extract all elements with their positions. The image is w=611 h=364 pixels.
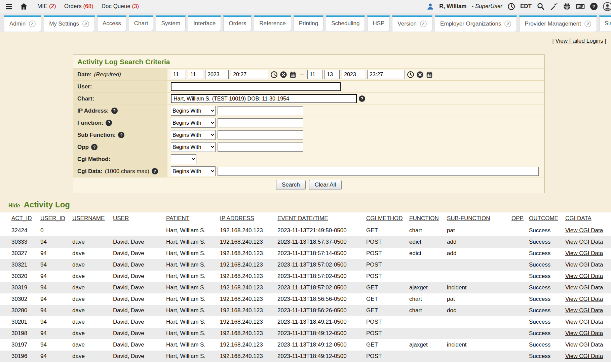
tab-version[interactable]: Version: [392, 15, 432, 32]
hide-link[interactable]: Hide: [8, 203, 20, 209]
date-from-time-input[interactable]: [231, 70, 268, 79]
search-icon[interactable]: [537, 2, 545, 10]
view-cgi-data-link[interactable]: View CGI Data: [565, 273, 603, 279]
view-cgi-data-link[interactable]: View CGI Data: [565, 341, 603, 348]
home-icon[interactable]: [20, 2, 28, 10]
view-cgi-data-link[interactable]: View CGI Data: [565, 319, 603, 325]
cgi-method-select[interactable]: [171, 154, 196, 164]
tab-hsp[interactable]: HSP: [367, 15, 390, 31]
external-link-icon[interactable]: [420, 20, 427, 28]
tab-orders[interactable]: Orders: [223, 15, 252, 31]
opp-help-icon[interactable]: [91, 144, 98, 150]
view-cgi-data-link[interactable]: View CGI Data: [565, 261, 603, 268]
external-link-icon[interactable]: [29, 20, 36, 28]
globe-icon[interactable]: [563, 2, 571, 10]
date-to-time-input[interactable]: [367, 70, 405, 79]
column-sort-link-user[interactable]: USER: [113, 215, 129, 221]
tab-reference[interactable]: Reference: [254, 15, 291, 31]
column-sort-link-username[interactable]: USERNAME: [72, 215, 105, 221]
external-link-icon[interactable]: [82, 20, 89, 28]
column-sort-link-patient[interactable]: PATIENT: [166, 215, 189, 221]
column-sort-link-outcome[interactable]: OUTCOME: [529, 215, 558, 221]
ip-address-match-select[interactable]: Begins With: [171, 106, 216, 116]
tab-employer-organizations[interactable]: Employer Organizations: [435, 15, 517, 32]
clear-date-icon[interactable]: [280, 71, 287, 78]
date-to-day-input[interactable]: [324, 70, 340, 79]
date-to-year-input[interactable]: [342, 70, 365, 79]
calendar-icon[interactable]: [289, 71, 297, 78]
profile-edge-icon[interactable]: [603, 2, 611, 11]
cgi-data-help-icon[interactable]: [152, 168, 158, 174]
view-cgi-data-link[interactable]: View CGI Data: [565, 330, 603, 336]
column-sort-link-cgi-data[interactable]: CGI DATA: [565, 215, 591, 221]
column-sort-link-user-id[interactable]: USER_ID: [40, 215, 65, 221]
function-input[interactable]: [218, 118, 303, 127]
date-from-day-input[interactable]: [188, 70, 203, 79]
tab-label: Admin: [9, 21, 26, 27]
topnav-link-orders[interactable]: Orders (68): [64, 3, 93, 10]
tab-provider-management[interactable]: Provider Management: [519, 15, 597, 32]
view-cgi-data-link[interactable]: View CGI Data: [565, 353, 603, 359]
column-sort-link-ip-address[interactable]: IP ADDRESS: [220, 215, 254, 221]
log-row: 3019794daveDavid, DaveHart, William S.19…: [0, 339, 611, 351]
column-sort-link-act-id[interactable]: ACT_ID: [11, 215, 32, 221]
view-cgi-data-link[interactable]: View CGI Data: [565, 227, 603, 234]
clear-all-button[interactable]: Clear All: [309, 180, 342, 190]
tab-access[interactable]: Access: [97, 15, 126, 31]
cell-function: [407, 271, 444, 282]
clear-date-icon[interactable]: [416, 71, 424, 78]
chart-input[interactable]: [171, 94, 357, 103]
user-icon[interactable]: [426, 3, 434, 10]
tab-my-settings[interactable]: My Settings: [44, 15, 95, 32]
topnav-link-mie[interactable]: MIE (2): [37, 3, 56, 10]
view-cgi-data-link[interactable]: View CGI Data: [565, 307, 603, 314]
wand-icon[interactable]: [550, 2, 558, 10]
function-help-icon[interactable]: [106, 120, 112, 126]
search-button[interactable]: Search: [276, 180, 306, 190]
calendar-icon[interactable]: [426, 71, 433, 78]
opp-input[interactable]: [218, 143, 303, 152]
cgi-data-match-select[interactable]: Begins With: [171, 166, 216, 176]
column-sort-link-event-date-time[interactable]: EVENT DATE/TIME: [277, 215, 328, 221]
external-link-icon[interactable]: [504, 20, 511, 28]
chart-help-icon[interactable]: [359, 95, 365, 102]
user-input[interactable]: [171, 82, 341, 91]
function-match-select[interactable]: Begins With: [171, 118, 216, 128]
sub-function-match-select[interactable]: Begins With: [171, 130, 216, 140]
ip-address-input[interactable]: [218, 106, 303, 115]
clock-icon[interactable]: [507, 3, 515, 10]
view-cgi-data-link[interactable]: View CGI Data: [565, 296, 603, 302]
view-cgi-data-link[interactable]: View CGI Data: [565, 284, 603, 291]
tab-system[interactable]: System: [156, 15, 186, 31]
column-sort-link-function[interactable]: FUNCTION: [409, 215, 439, 221]
opp-match-select[interactable]: Begins With: [171, 142, 216, 152]
tab-interface[interactable]: Interface: [188, 15, 221, 31]
sub-function-help-icon[interactable]: [118, 132, 124, 138]
date-from-year-input[interactable]: [205, 70, 229, 79]
column-sort-link-sub-function[interactable]: SUB-FUNCTION: [447, 215, 490, 221]
date-from-month-input[interactable]: [171, 70, 186, 79]
tab-similar-exposure[interactable]: Similar Exposure: [599, 15, 611, 31]
column-sort-link-cgi-method[interactable]: CGI METHOD: [366, 215, 403, 221]
time-picker-icon[interactable]: [407, 71, 414, 78]
sub-function-input[interactable]: [218, 130, 303, 139]
ip-address-help-icon[interactable]: [111, 108, 118, 114]
tab-admin[interactable]: Admin: [4, 15, 41, 32]
hamburger-menu-icon[interactable]: [5, 2, 13, 11]
time-picker-icon[interactable]: [270, 71, 278, 78]
view-cgi-data-link[interactable]: View CGI Data: [565, 250, 603, 256]
tab-printing[interactable]: Printing: [294, 15, 324, 31]
help-icon[interactable]: ?: [590, 2, 598, 10]
date-to-month-input[interactable]: [307, 70, 322, 79]
view-failed-logins-link[interactable]: View Failed Logins: [555, 38, 603, 44]
tab-chart[interactable]: Chart: [129, 15, 154, 31]
cgi-data-input[interactable]: [218, 167, 539, 176]
external-link-icon[interactable]: [584, 20, 591, 28]
cell-act-id: 30327: [0, 248, 38, 259]
keyboard-icon[interactable]: [576, 2, 585, 11]
tab-scheduling[interactable]: Scheduling: [326, 15, 365, 31]
topnav-link-doc-queue[interactable]: Doc Queue (3): [102, 3, 139, 10]
view-cgi-data-link[interactable]: View CGI Data: [565, 239, 603, 245]
cell-cgi-method: POST: [364, 316, 407, 328]
column-sort-link-opp[interactable]: OPP: [511, 215, 524, 221]
